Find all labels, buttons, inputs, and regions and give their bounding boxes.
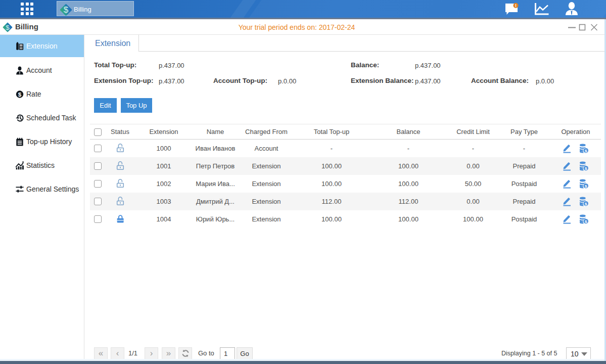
- svg-text:$: $: [64, 5, 69, 15]
- svg-text:$: $: [18, 92, 22, 98]
- svg-text:!: !: [515, 3, 517, 8]
